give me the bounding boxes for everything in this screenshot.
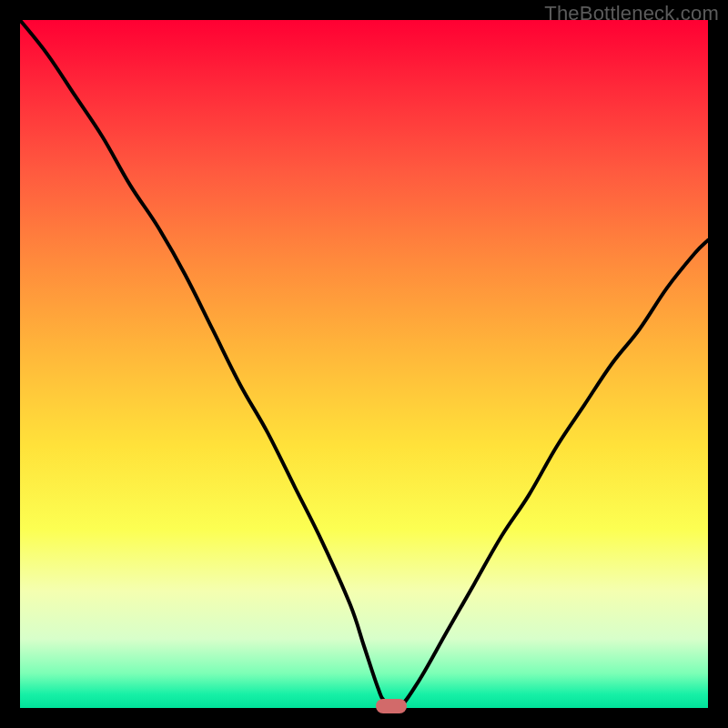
optimal-marker	[376, 699, 407, 713]
bottleneck-curve	[20, 20, 708, 708]
chart-frame: TheBottleneck.com	[0, 0, 728, 728]
watermark-text: TheBottleneck.com	[544, 2, 719, 25]
plot-area	[20, 20, 708, 708]
